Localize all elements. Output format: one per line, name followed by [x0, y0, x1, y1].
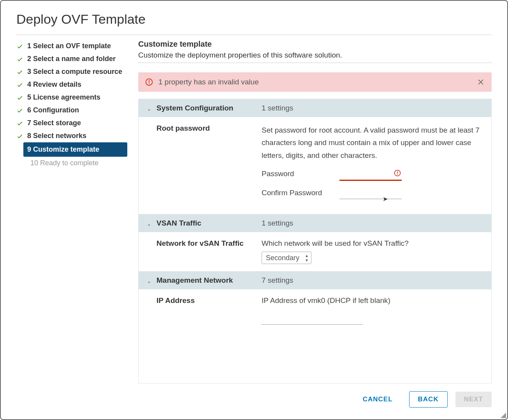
wizard-step-8[interactable]: 8 Select networks	[16, 130, 127, 142]
select-caret-icon: ▴▾	[306, 253, 308, 262]
ip-address-desc: IP Address of vmk0 (DHCP if left blank)	[262, 296, 483, 305]
step-label: 10 Ready to complete	[30, 159, 98, 167]
confirm-password-input[interactable]	[339, 189, 402, 199]
close-icon[interactable]	[477, 78, 485, 86]
step-label: 4 Review details	[27, 80, 81, 89]
ip-address-input[interactable]	[262, 314, 363, 325]
svg-rect-4	[397, 171, 398, 173]
section-header-system[interactable]: System Configuration 1 settings	[139, 99, 491, 117]
section-count: 1 settings	[262, 219, 293, 228]
vsan-network-select[interactable]: Secondary ▴▾	[262, 252, 311, 264]
row-content: Which network will be used for vSAN Traf…	[262, 239, 483, 264]
password-input-wrap	[339, 170, 402, 181]
check-icon	[16, 107, 23, 114]
validation-alert: 1 property has an invalid value	[138, 72, 492, 92]
row-vsan-network: Network for vSAN Traffic Which network w…	[139, 232, 491, 271]
dialog-body: 1 Select an OVF template 2 Select a name…	[1, 35, 507, 383]
step-label: 8 Select networks	[27, 132, 86, 140]
password-label: Password	[262, 170, 339, 178]
svg-rect-5	[397, 174, 398, 175]
back-button[interactable]: BACK	[409, 391, 448, 408]
next-button: NEXT	[455, 392, 492, 407]
step-label: 7 Select storage	[27, 119, 81, 127]
row-label: IP Address	[156, 296, 262, 325]
resize-handle-icon[interactable]	[501, 413, 506, 418]
root-password-desc: Set password for root account. A valid p…	[262, 124, 483, 162]
section-count: 1 settings	[262, 104, 293, 112]
select-value: Secondary	[266, 254, 299, 262]
dialog-title: Deploy OVF Template	[16, 12, 492, 27]
svg-rect-2	[149, 83, 149, 84]
chevron-down-icon	[146, 221, 152, 227]
step-label: 3 Select a compute resource	[27, 68, 122, 76]
alert-text: 1 property has an invalid value	[158, 78, 477, 86]
check-icon	[16, 81, 23, 88]
error-icon	[145, 78, 153, 86]
svg-rect-1	[149, 80, 149, 83]
wizard-step-2[interactable]: 2 Select a name and folder	[16, 52, 127, 65]
cancel-button[interactable]: CANCEL	[354, 392, 401, 407]
password-input[interactable]	[339, 170, 402, 181]
section-count: 7 settings	[262, 276, 293, 285]
row-ip-address: IP Address IP Address of vmk0 (DHCP if l…	[139, 289, 491, 332]
error-icon	[394, 170, 401, 177]
check-icon	[16, 120, 23, 127]
field-password: Password	[262, 170, 483, 181]
wizard-step-6[interactable]: 6 Configuration	[16, 104, 127, 117]
section-header-mgmt[interactable]: Management Network 7 settings	[139, 271, 491, 289]
step-label: 5 License agreements	[27, 93, 100, 102]
row-content: IP Address of vmk0 (DHCP if left blank)	[262, 296, 483, 325]
check-icon	[16, 56, 23, 63]
wizard-steps: 1 Select an OVF template 2 Select a name…	[1, 40, 135, 383]
section-title: Management Network	[156, 276, 262, 285]
row-label: Network for vSAN Traffic	[156, 239, 262, 264]
wizard-step-9[interactable]: 9 Customize template	[23, 142, 127, 157]
field-confirm-password: Confirm Password	[262, 189, 483, 199]
section-title: VSAN Traffic	[156, 219, 262, 228]
row-content: Set password for root account. A valid p…	[262, 124, 483, 207]
wizard-step-10: 10 Ready to complete	[19, 157, 127, 170]
dialog-header: Deploy OVF Template	[1, 1, 507, 32]
section-header-vsan[interactable]: VSAN Traffic 1 settings	[139, 214, 491, 232]
wizard-step-4[interactable]: 4 Review details	[16, 78, 127, 91]
deploy-ovf-dialog: Deploy OVF Template 1 Select an OVF temp…	[0, 0, 508, 420]
step-label: 6 Configuration	[27, 106, 79, 114]
wizard-step-1[interactable]: 1 Select an OVF template	[16, 40, 127, 52]
confirm-password-input-wrap	[339, 189, 402, 199]
dialog-footer: CANCEL BACK NEXT	[1, 383, 507, 419]
settings-container: System Configuration 1 settings Root pas…	[138, 99, 492, 383]
check-icon	[16, 94, 23, 101]
chevron-down-icon	[146, 106, 152, 112]
vsan-network-desc: Which network will be used for vSAN Traf…	[262, 239, 483, 248]
panel-title: Customize template	[138, 40, 492, 49]
wizard-step-7[interactable]: 7 Select storage	[16, 117, 127, 130]
row-root-password: Root password Set password for root acco…	[139, 117, 491, 214]
step-label: 1 Select an OVF template	[27, 42, 111, 50]
check-icon	[16, 133, 23, 140]
step-label: 9 Customize template	[27, 145, 99, 154]
panel-subtitle: Customize the deployment properties of t…	[138, 51, 492, 60]
check-icon	[16, 43, 23, 50]
confirm-password-label: Confirm Password	[262, 189, 339, 197]
check-icon	[16, 68, 23, 75]
wizard-step-5[interactable]: 5 License agreements	[16, 91, 127, 104]
wizard-step-3[interactable]: 3 Select a compute resource	[16, 65, 127, 78]
row-label: Root password	[156, 124, 262, 207]
step-label: 2 Select a name and folder	[27, 55, 116, 63]
section-title: System Configuration	[156, 104, 262, 112]
main-panel: Customize template Customize the deploym…	[135, 40, 507, 383]
panel-divider	[138, 63, 492, 63]
chevron-down-icon	[146, 278, 152, 284]
